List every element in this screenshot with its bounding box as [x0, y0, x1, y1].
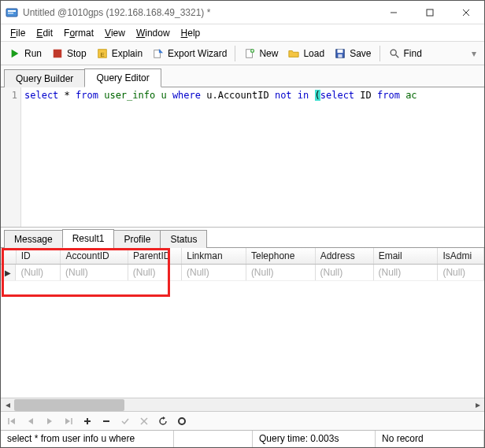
result-grid: IDAccountIDParentIDLinkmanTelephoneAddre… [1, 248, 484, 411]
new-label: New [259, 48, 278, 59]
scroll-right-icon[interactable]: ▸ [471, 398, 484, 412]
sql-editor-pane: 1 select * from user_info u where u.Acco… [1, 87, 484, 228]
svg-rect-17 [338, 49, 343, 52]
status-query-time: Query time: 0.003s [253, 431, 376, 447]
line-number: 1 [1, 90, 17, 101]
svg-rect-1 [8, 10, 16, 12]
column-header[interactable]: ID [17, 248, 61, 264]
run-button[interactable]: Run [4, 45, 46, 62]
cell[interactable]: (Null) [374, 265, 439, 280]
run-label: Run [24, 48, 42, 59]
scroll-thumb[interactable] [14, 399, 124, 411]
svg-text:E: E [100, 50, 104, 57]
menu-file[interactable]: File [6, 26, 30, 40]
refresh-icon[interactable] [157, 415, 169, 428]
line-gutter: 1 [1, 87, 21, 227]
svg-rect-4 [427, 9, 433, 16]
svg-point-33 [179, 418, 185, 424]
cancel-icon[interactable] [138, 415, 150, 428]
table-row[interactable]: ▶ (Null)(Null)(Null)(Null)(Null)(Null)(N… [1, 265, 484, 281]
cell[interactable]: (Null) [182, 265, 246, 280]
column-header[interactable]: Email [374, 248, 439, 264]
svg-marker-22 [10, 418, 15, 424]
column-header[interactable]: Linkman [182, 248, 246, 264]
tab-message[interactable]: Message [4, 230, 63, 248]
app-icon [6, 6, 18, 19]
nav-last-icon[interactable] [62, 415, 75, 428]
column-header[interactable]: ParentID [128, 248, 182, 264]
delete-record-icon[interactable] [100, 415, 113, 428]
nav-next-icon[interactable] [43, 415, 56, 428]
cell[interactable]: (Null) [128, 265, 182, 280]
save-label: Save [350, 48, 371, 59]
tab-result1[interactable]: Result1 [62, 229, 115, 248]
main-tabs: Query Builder Query Editor [1, 65, 484, 87]
cell[interactable]: (Null) [316, 265, 374, 280]
separator [379, 46, 380, 61]
cell[interactable]: (Null) [61, 265, 128, 280]
menu-format[interactable]: Format [59, 26, 98, 40]
row-indicator-header [1, 248, 17, 264]
load-label: Load [303, 48, 324, 59]
grid-body: ▶ (Null)(Null)(Null)(Null)(Null)(Null)(N… [1, 265, 484, 398]
cell[interactable]: (Null) [16, 265, 61, 280]
explain-button[interactable]: E Explain [91, 45, 147, 62]
tab-query-builder[interactable]: Query Builder [4, 69, 85, 87]
explain-label: Explain [112, 48, 143, 59]
export-wizard-button[interactable]: Export Wizard [147, 45, 231, 62]
save-button[interactable]: Save [329, 45, 376, 62]
svg-rect-2 [8, 13, 13, 14]
status-record-count: No record [376, 431, 484, 447]
new-button[interactable]: New [239, 45, 283, 62]
svg-marker-7 [12, 49, 19, 57]
stop-refresh-icon[interactable] [176, 415, 188, 428]
cell[interactable]: (Null) [438, 265, 484, 280]
sql-editor[interactable]: select * from user_info u where u.Accoun… [21, 87, 484, 227]
svg-marker-32 [163, 417, 165, 420]
column-header[interactable]: Telephone [246, 248, 316, 264]
find-button[interactable]: Find [383, 45, 427, 62]
menu-window[interactable]: Window [131, 26, 175, 40]
menubar: File Edit Format View Window Help [1, 24, 484, 42]
column-header[interactable]: IsAdmi [438, 248, 484, 264]
svg-rect-8 [54, 49, 62, 57]
grid-header: IDAccountIDParentIDLinkmanTelephoneAddre… [1, 248, 484, 265]
apply-icon[interactable] [119, 415, 131, 428]
close-button[interactable] [448, 1, 484, 24]
stop-button[interactable]: Stop [46, 45, 91, 62]
nav-prev-icon[interactable] [24, 415, 37, 428]
window-title: Untitled @1010gps (192.168.168.49_3321) … [23, 7, 376, 18]
maximize-button[interactable] [412, 1, 448, 24]
column-header[interactable]: AccountID [61, 248, 128, 264]
menu-edit[interactable]: Edit [31, 26, 57, 40]
tab-query-editor[interactable]: Query Editor [84, 68, 161, 87]
column-header[interactable]: Address [316, 248, 374, 264]
status-query-text: select * from user info u where [1, 431, 174, 447]
stop-label: Stop [67, 48, 87, 59]
export-icon [152, 47, 165, 60]
add-record-icon[interactable] [81, 415, 94, 428]
svg-marker-23 [28, 418, 33, 424]
folder-icon [287, 47, 300, 60]
svg-marker-25 [65, 418, 70, 424]
tab-profile[interactable]: Profile [113, 230, 161, 248]
svg-point-19 [391, 50, 396, 55]
toolbar-overflow[interactable]: ▾ [472, 48, 481, 59]
horizontal-scrollbar[interactable]: ◂ ▸ [1, 398, 484, 411]
load-button[interactable]: Load [283, 45, 329, 62]
stop-icon [51, 47, 64, 60]
separator [235, 46, 235, 61]
minimize-button[interactable] [376, 1, 412, 24]
scroll-left-icon[interactable]: ◂ [1, 398, 14, 412]
nav-first-icon[interactable] [6, 415, 18, 428]
explain-icon: E [96, 47, 109, 60]
tab-status[interactable]: Status [160, 230, 207, 248]
current-row-icon: ▶ [5, 268, 11, 277]
cell[interactable]: (Null) [246, 265, 316, 280]
menu-help[interactable]: Help [176, 26, 205, 40]
search-icon [388, 47, 401, 60]
status-spacer [174, 431, 253, 447]
menu-view[interactable]: View [100, 26, 130, 40]
export-label: Export Wizard [168, 48, 227, 59]
play-icon [9, 47, 21, 60]
